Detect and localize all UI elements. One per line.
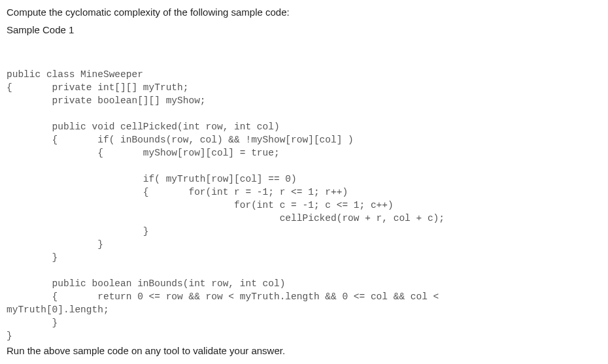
code-line: { private int[][] myTruth; xyxy=(7,82,188,93)
intro-line-2: Sample Code 1 xyxy=(7,23,601,37)
intro-line-1: Compute the cyclomatic complexity of the… xyxy=(7,5,601,19)
code-line: public boolean inBounds(int row, int col… xyxy=(7,278,285,289)
sample-code-block: public class MineSweeper { private int[]… xyxy=(7,55,601,342)
code-line: } xyxy=(7,226,149,237)
code-line: private boolean[][] myShow; xyxy=(7,95,206,106)
code-line: public class MineSweeper xyxy=(7,69,143,80)
code-line: cellPicked(row + r, col + c); xyxy=(7,213,445,223)
footer-instruction: Run the above sample code on any tool to… xyxy=(7,345,601,356)
code-line: } xyxy=(7,252,58,263)
code-line: if( myTruth[row][col] == 0) xyxy=(7,174,297,184)
code-line: myTruth[0].length; xyxy=(7,305,109,315)
code-line: { return 0 <= row && row < myTruth.lengt… xyxy=(7,291,439,302)
question-intro: Compute the cyclomatic complexity of the… xyxy=(7,5,601,37)
footer-text: Run the above sample code on any tool to… xyxy=(7,345,285,356)
code-line: } xyxy=(7,239,103,250)
code-line: for(int c = -1; c <= 1; c++) xyxy=(7,200,394,210)
code-line: public void cellPicked(int row, int col) xyxy=(7,122,280,132)
code-line: { for(int r = -1; r <= 1; r++) xyxy=(7,187,348,197)
code-line: { myShow[row][col] = true; xyxy=(7,148,280,158)
code-line: } xyxy=(7,331,12,341)
code-line: { if( inBounds(row, col) && !myShow[row]… xyxy=(7,135,354,145)
code-line: } xyxy=(7,318,58,328)
